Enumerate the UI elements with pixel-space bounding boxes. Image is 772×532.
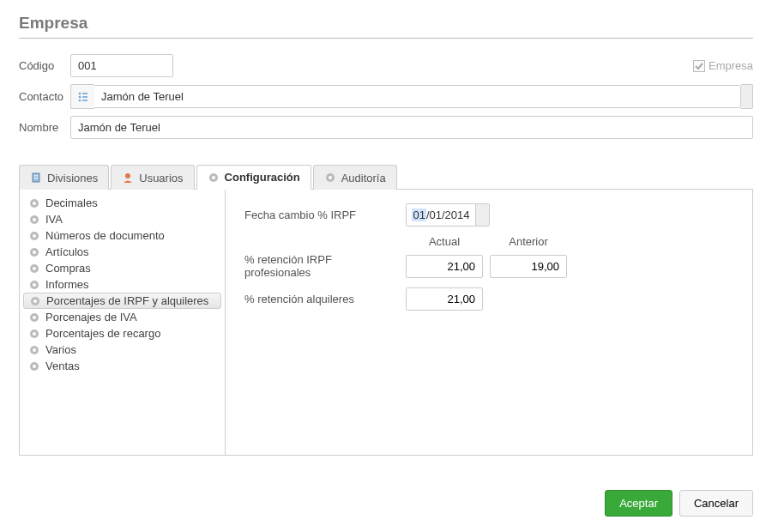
sidebar-item[interactable]: Ventas (20, 358, 225, 374)
tab-auditoria[interactable]: Auditoría (313, 165, 397, 190)
row-ret-alq: % retención alquileres (244, 287, 733, 311)
svg-rect-7 (34, 175, 36, 177)
svg-point-19 (33, 218, 36, 221)
sidebar-item-label: IVA (45, 213, 63, 226)
svg-point-35 (33, 348, 36, 352)
svg-point-29 (33, 299, 37, 303)
sidebar-item[interactable]: Porcentajes de recargo (20, 325, 225, 342)
cancel-button[interactable]: Cancelar (679, 490, 753, 517)
sidebar-item-label: Porcentajes de recargo (45, 327, 160, 340)
check-icon (695, 62, 703, 70)
svg-point-27 (33, 283, 36, 287)
svg-point-0 (78, 92, 81, 94)
gear-icon (28, 279, 40, 291)
svg-point-11 (125, 173, 130, 178)
svg-point-33 (33, 332, 36, 336)
sidebar-item-label: Ventas (45, 360, 80, 372)
gear-icon (28, 246, 40, 258)
svg-rect-9 (34, 178, 36, 179)
svg-rect-10 (37, 178, 39, 179)
col-anterior: Anterior (490, 235, 567, 248)
sidebar-item[interactable]: Varios (20, 342, 225, 358)
tab-usuarios[interactable]: Usuarios (111, 165, 194, 190)
label-ret-prof: % retención IRPF profesionales (244, 253, 399, 279)
sidebar-item[interactable]: Compras (20, 260, 225, 276)
gear-icon (208, 172, 220, 184)
ret-alq-actual-field[interactable] (406, 287, 483, 311)
sidebar-item[interactable]: Artículos (20, 244, 225, 260)
gear-icon (28, 197, 40, 209)
sidebar-item[interactable]: Porcentajes de IRPF y alquileres (23, 293, 221, 309)
contacto-lookup-button[interactable] (70, 84, 94, 109)
gear-icon (28, 263, 40, 275)
sidebar-item-label: Informes (45, 278, 89, 291)
config-sidebar: DecimalesIVANúmeros de documentoArtículo… (20, 190, 226, 455)
empresa-checkbox[interactable] (693, 60, 705, 72)
codigo-field[interactable] (70, 54, 173, 77)
row-contacto: Contacto (19, 84, 753, 109)
empresa-checkbox-label: Empresa (709, 59, 753, 72)
list-icon (77, 91, 89, 103)
sidebar-item[interactable]: Números de documento (20, 227, 225, 244)
page-title: Empresa (19, 14, 753, 39)
sidebar-item-label: Porcentajes de IRPF y alquileres (46, 294, 208, 307)
svg-point-17 (33, 202, 36, 205)
svg-rect-1 (82, 93, 87, 94)
contacto-dropdown-button[interactable] (741, 84, 753, 109)
sidebar-item[interactable]: Decimales (20, 195, 225, 211)
tab-divisiones[interactable]: Divisiones (19, 165, 109, 190)
col-actual: Actual (406, 235, 483, 248)
gear-icon (28, 311, 40, 323)
sidebar-item-label: Números de documento (45, 229, 165, 242)
tab-configuracion[interactable]: Configuración (196, 165, 311, 190)
svg-point-25 (33, 267, 36, 270)
user-icon (122, 172, 134, 184)
column-headers: Actual Anterior (244, 235, 733, 248)
fecha-dropdown-button[interactable] (476, 203, 490, 227)
ret-prof-anterior-field[interactable] (490, 255, 567, 278)
svg-point-23 (33, 251, 36, 254)
gear-icon (28, 360, 40, 372)
row-ret-prof: % retención IRPF profesionales (244, 253, 733, 279)
tab-content: DecimalesIVANúmeros de documentoArtículo… (19, 190, 753, 456)
empresa-dialog: Empresa Código Empresa Contacto Nombre (0, 0, 772, 532)
tab-label: Auditoría (341, 172, 386, 184)
label-fecha: Fecha cambio % IRPF (244, 209, 399, 221)
sidebar-item-label: Varios (45, 343, 76, 356)
building-icon (30, 172, 42, 184)
accept-button[interactable]: Aceptar (605, 490, 672, 517)
svg-point-37 (33, 365, 36, 368)
sidebar-item-label: Artículos (45, 245, 89, 258)
sidebar-item[interactable]: IVA (20, 211, 225, 227)
sidebar-item-label: Compras (45, 262, 91, 275)
svg-rect-6 (33, 173, 39, 182)
sidebar-item[interactable]: Informes (20, 276, 225, 293)
gear-icon (28, 344, 40, 356)
tab-label: Configuración (225, 171, 300, 184)
svg-point-4 (78, 99, 81, 101)
empresa-checkbox-group: Empresa (693, 59, 753, 72)
dialog-buttons: Aceptar Cancelar (605, 490, 753, 517)
gear-icon (28, 328, 40, 340)
gear-icon (29, 295, 41, 307)
row-codigo: Código Empresa (19, 54, 753, 77)
svg-point-31 (33, 316, 36, 319)
nombre-field[interactable] (70, 116, 753, 139)
tab-label: Divisiones (47, 172, 98, 184)
label-nombre: Nombre (19, 121, 70, 134)
sidebar-item-label: Porcenajes de IVA (45, 311, 137, 323)
ret-prof-actual-field[interactable] (406, 255, 483, 278)
svg-point-2 (78, 95, 81, 98)
gear-icon (28, 214, 40, 226)
gear-icon (324, 172, 336, 184)
tab-bar: Divisiones Usuarios Configuración Audito… (19, 165, 753, 190)
fecha-field[interactable]: 01/01/2014 (406, 203, 476, 227)
contacto-field[interactable] (94, 85, 741, 108)
sidebar-item[interactable]: Porcenajes de IVA (20, 309, 225, 325)
row-nombre: Nombre (19, 116, 753, 139)
svg-rect-5 (82, 100, 87, 101)
row-fecha: Fecha cambio % IRPF 01/01/2014 (244, 203, 733, 227)
label-ret-alq: % retención alquileres (244, 293, 399, 305)
gear-icon (28, 230, 40, 242)
svg-point-21 (33, 234, 36, 238)
